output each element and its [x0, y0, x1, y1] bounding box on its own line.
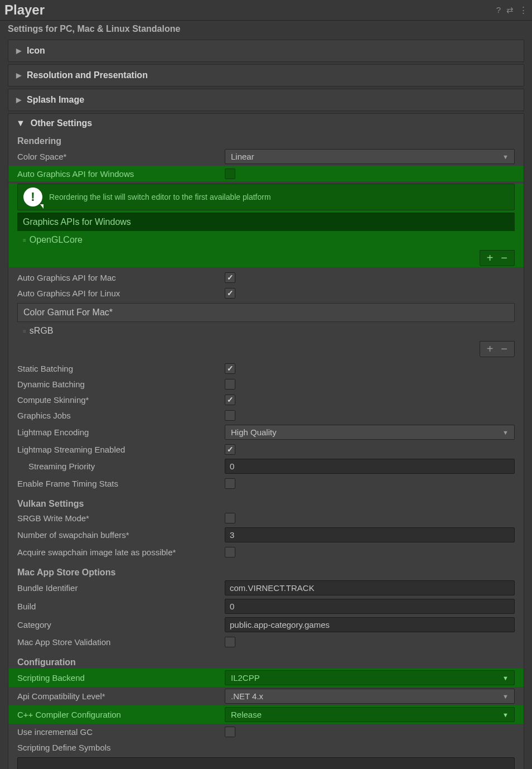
- graphics-jobs-checkbox[interactable]: [225, 410, 235, 421]
- remove-button[interactable]: −: [501, 343, 507, 355]
- mac-validation-checkbox[interactable]: [225, 637, 235, 647]
- add-button[interactable]: +: [487, 252, 494, 265]
- vulkan-heading: Vulkan Settings: [8, 496, 524, 510]
- chevron-down-icon: ▼: [16, 118, 25, 128]
- mac-validation-label: Mac App Store Validation: [17, 637, 225, 647]
- static-batching-label: Static Batching: [17, 364, 225, 373]
- api-compat-dropdown[interactable]: .NET 4.x ▼: [225, 689, 515, 704]
- add-button[interactable]: +: [487, 343, 494, 355]
- chevron-down-icon: ▼: [502, 429, 509, 436]
- chevron-down-icon: ▼: [502, 153, 509, 160]
- bundle-id-input[interactable]: [225, 580, 515, 595]
- swapchain-buffers-label: Number of swapchain buffers*: [17, 530, 225, 540]
- remove-button[interactable]: −: [501, 252, 507, 265]
- frame-timing-label: Enable Frame Timing Stats: [17, 479, 225, 488]
- lightmap-streaming-label: Lightmap Streaming Enabled: [17, 445, 225, 454]
- auto-gfx-win-checkbox[interactable]: [225, 169, 235, 179]
- cpp-config-dropdown[interactable]: Release ▼: [225, 707, 515, 722]
- define-symbols-label: Scripting Define Symbols: [17, 743, 225, 752]
- lightmap-encoding-dropdown[interactable]: High Quality ▼: [225, 425, 515, 440]
- lightmap-encoding-label: Lightmap Encoding: [17, 427, 225, 437]
- color-gamut-item[interactable]: ≡ sRGB: [17, 322, 515, 340]
- chevron-down-icon: ▼: [502, 712, 509, 718]
- chevron-right-icon: ▶: [16, 96, 21, 104]
- menu-icon[interactable]: ⋮: [519, 5, 528, 15]
- drag-handle-icon[interactable]: ≡: [23, 237, 25, 243]
- static-batching-checkbox[interactable]: [225, 363, 235, 374]
- srgb-write-checkbox[interactable]: [225, 513, 235, 523]
- bundle-id-label: Bundle Identifier: [17, 583, 225, 593]
- help-icon[interactable]: ?: [496, 5, 501, 15]
- chevron-down-icon: ▼: [502, 693, 509, 700]
- rendering-heading: Rendering: [8, 133, 524, 147]
- foldout-label: Other Settings: [31, 118, 92, 128]
- foldout-resolution[interactable]: ▶ Resolution and Presentation: [8, 64, 524, 86]
- scripting-backend-label: Scripting Backend: [17, 673, 225, 683]
- build-label: Build: [17, 602, 225, 611]
- dynamic-batching-checkbox[interactable]: [225, 379, 235, 390]
- acquire-late-checkbox[interactable]: [225, 547, 235, 557]
- auto-gfx-linux-label: Auto Graphics API for Linux: [17, 289, 225, 298]
- panel-title: Player: [4, 2, 45, 18]
- foldout-label: Icon: [27, 46, 45, 56]
- auto-gfx-linux-checkbox[interactable]: [225, 288, 235, 299]
- config-heading: Configuration: [8, 654, 524, 669]
- gfx-apis-win-header: Graphics APIs for Windows: [17, 213, 515, 231]
- chevron-right-icon: ▶: [16, 71, 21, 79]
- foldout-splash[interactable]: ▶ Splash Image: [8, 89, 524, 111]
- foldout-other-settings[interactable]: ▼ Other Settings: [8, 114, 524, 133]
- color-gamut-header: Color Gamut For Mac*: [17, 303, 515, 322]
- settings-icon[interactable]: ⇄: [506, 5, 514, 15]
- lightmap-streaming-checkbox[interactable]: [225, 444, 235, 455]
- scripting-backend-dropdown[interactable]: IL2CPP ▼: [225, 670, 515, 685]
- mac-store-heading: Mac App Store Options: [8, 564, 524, 579]
- foldout-label: Splash Image: [27, 95, 84, 105]
- color-space-dropdown[interactable]: Linear ▼: [225, 149, 515, 164]
- drag-handle-icon[interactable]: ≡: [23, 328, 25, 334]
- foldout-icon[interactable]: ▶ Icon: [8, 40, 524, 62]
- platform-subtitle: Settings for PC, Mac & Linux Standalone: [0, 21, 532, 37]
- gfx-api-item[interactable]: ≡ OpenGLCore: [17, 231, 515, 249]
- graphics-jobs-label: Graphics Jobs: [17, 411, 225, 420]
- frame-timing-checkbox[interactable]: [225, 478, 235, 489]
- compute-skinning-checkbox[interactable]: [225, 395, 235, 405]
- panel-header: Player ? ⇄ ⋮: [0, 0, 532, 21]
- foldout-label: Resolution and Presentation: [27, 70, 148, 80]
- acquire-late-label: Acquire swapchain image late as possible…: [17, 547, 225, 557]
- auto-gfx-mac-checkbox[interactable]: [225, 272, 235, 283]
- chevron-right-icon: ▶: [16, 47, 21, 55]
- dynamic-batching-label: Dynamic Batching: [17, 379, 225, 389]
- info-icon: !: [23, 188, 42, 206]
- compute-skinning-label: Compute Skinning*: [17, 395, 225, 405]
- build-input[interactable]: [225, 599, 515, 614]
- reorder-info: ! Reordering the list will switch editor…: [17, 184, 515, 210]
- chevron-down-icon: ▼: [502, 675, 509, 681]
- define-symbols-input[interactable]: [17, 757, 515, 769]
- auto-gfx-win-label: Auto Graphics API for Windows: [17, 169, 225, 179]
- srgb-write-label: SRGB Write Mode*: [17, 513, 225, 523]
- category-input[interactable]: [225, 617, 515, 632]
- category-label: Category: [17, 620, 225, 629]
- cpp-config-label: C++ Compiler Configuration: [17, 710, 225, 719]
- incremental-gc-label: Use incremental GC: [17, 727, 225, 737]
- incremental-gc-checkbox[interactable]: [225, 727, 235, 737]
- streaming-priority-input[interactable]: [225, 459, 515, 474]
- color-space-label: Color Space*: [17, 152, 225, 161]
- auto-gfx-mac-label: Auto Graphics API for Mac: [17, 273, 225, 282]
- swapchain-buffers-input[interactable]: [225, 527, 515, 542]
- streaming-priority-label: Streaming Priority: [28, 462, 225, 471]
- api-compat-label: Api Compatibility Level*: [17, 691, 225, 701]
